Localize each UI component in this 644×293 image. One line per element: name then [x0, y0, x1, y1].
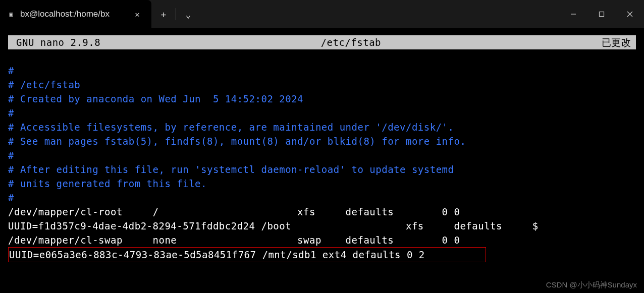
nano-modified-status: 已更改 [602, 35, 634, 49]
comment-line: # Created by anaconda on Wed Jun 5 14:52… [8, 92, 636, 106]
maximize-icon [599, 11, 605, 17]
comment-line: # [8, 148, 636, 162]
svg-rect-1 [600, 12, 604, 17]
comment-line: # [8, 106, 636, 120]
window-titlebar: ▣ bx@localhost:/home/bx ✕ + ⌄ [0, 0, 644, 28]
close-window-button[interactable] [616, 0, 644, 28]
highlight-box: UUID=e065a3e6-883c-4793-83ae-5d5a8451f76… [8, 247, 486, 262]
close-icon [627, 11, 633, 17]
tab-actions: + ⌄ [151, 0, 200, 28]
file-content: # # /etc/fstab # Created by anaconda on … [8, 64, 636, 262]
tab-active[interactable]: ▣ bx@localhost:/home/bx ✕ [0, 0, 151, 28]
terminal-body[interactable]: GNU nano 2.9.8 /etc/fstab 已更改 # # /etc/f… [0, 28, 644, 262]
comment-line: # [8, 64, 636, 78]
new-tab-button[interactable]: + [151, 0, 176, 28]
comment-line: # units generated from this file. [8, 177, 636, 191]
watermark: CSDN @小小码神Sundayx [546, 280, 637, 290]
comment-line: # See man pages fstab(5), findfs(8), mou… [8, 134, 636, 148]
fstab-entry-highlighted: UUID=e065a3e6-883c-4793-83ae-5d5a8451f76… [8, 247, 636, 262]
comment-line: # After editing this file, run 'systemct… [8, 162, 636, 177]
tab-close-button[interactable]: ✕ [132, 9, 142, 19]
maximize-button[interactable] [587, 0, 616, 28]
nano-titlebar: GNU nano 2.9.8 /etc/fstab 已更改 [8, 35, 636, 49]
minimize-button[interactable] [559, 0, 587, 28]
tab-dropdown-button[interactable]: ⌄ [176, 0, 200, 28]
terminal-icon: ▣ [7, 10, 15, 18]
nano-version: GNU nano 2.9.8 [10, 35, 100, 49]
nano-filename: /etc/fstab [100, 35, 601, 49]
comment-line: # /etc/fstab [8, 78, 636, 92]
tab-title: bx@localhost:/home/bx [20, 9, 127, 19]
fstab-entry: /dev/mapper/cl-root / xfs defaults 0 0 [8, 205, 636, 219]
fstab-entry: /dev/mapper/cl-swap none swap defaults 0… [8, 233, 636, 247]
comment-line: # [8, 191, 636, 205]
comment-line: # Accessible filesystems, by reference, … [8, 120, 636, 134]
minimize-icon [570, 11, 576, 17]
fstab-entry: UUID=f1d357c9-4dae-4db2-8294-571fddbc2d2… [8, 219, 636, 233]
window-controls [559, 0, 644, 28]
